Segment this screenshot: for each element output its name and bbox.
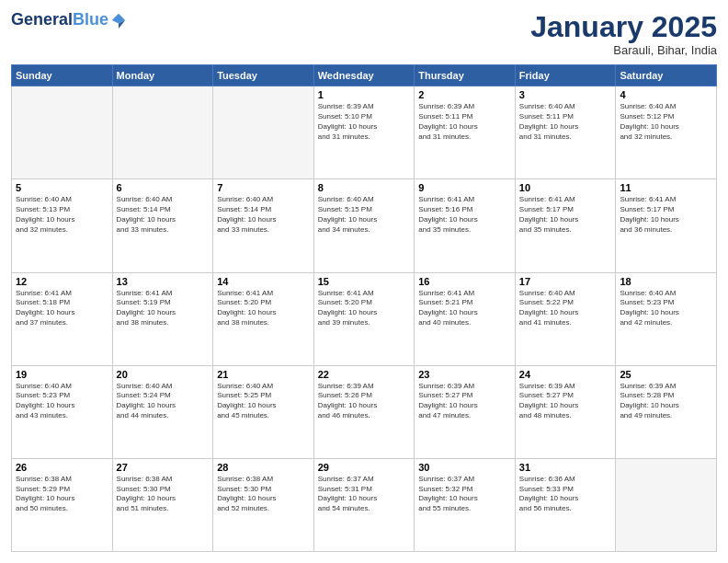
weekday-wednesday: Wednesday <box>313 65 415 86</box>
day-number: 19 <box>16 369 108 380</box>
day-cell: 1Sunrise: 6:39 AM Sunset: 5:10 PM Daylig… <box>313 86 415 179</box>
day-cell: 8Sunrise: 6:40 AM Sunset: 5:15 PM Daylig… <box>313 179 415 272</box>
week-row-2: 5Sunrise: 6:40 AM Sunset: 5:13 PM Daylig… <box>12 179 717 272</box>
day-cell <box>12 86 113 179</box>
day-cell: 9Sunrise: 6:41 AM Sunset: 5:16 PM Daylig… <box>415 179 516 272</box>
weekday-friday: Friday <box>515 65 616 86</box>
day-info: Sunrise: 6:40 AM Sunset: 5:11 PM Dayligh… <box>519 102 612 142</box>
day-number: 29 <box>318 462 411 473</box>
day-info: Sunrise: 6:38 AM Sunset: 5:29 PM Dayligh… <box>16 475 108 514</box>
day-number: 16 <box>418 276 511 287</box>
day-cell: 26Sunrise: 6:38 AM Sunset: 5:29 PM Dayli… <box>12 458 113 551</box>
day-number: 5 <box>16 182 108 193</box>
day-info: Sunrise: 6:41 AM Sunset: 5:21 PM Dayligh… <box>418 289 511 328</box>
day-number: 20 <box>117 369 210 380</box>
weekday-sunday: Sunday <box>12 65 113 86</box>
weekday-tuesday: Tuesday <box>213 65 314 86</box>
day-cell: 27Sunrise: 6:38 AM Sunset: 5:30 PM Dayli… <box>112 458 213 551</box>
day-cell: 16Sunrise: 6:41 AM Sunset: 5:21 PM Dayli… <box>415 272 516 365</box>
day-info: Sunrise: 6:41 AM Sunset: 5:19 PM Dayligh… <box>117 289 210 328</box>
day-cell: 24Sunrise: 6:39 AM Sunset: 5:27 PM Dayli… <box>515 365 616 458</box>
week-row-3: 12Sunrise: 6:41 AM Sunset: 5:18 PM Dayli… <box>12 272 717 365</box>
logo-text: GeneralBlue <box>11 11 108 29</box>
day-number: 12 <box>16 276 108 287</box>
weekday-monday: Monday <box>112 65 213 86</box>
day-cell: 15Sunrise: 6:41 AM Sunset: 5:20 PM Dayli… <box>313 272 415 365</box>
day-number: 4 <box>620 89 712 100</box>
logo: GeneralBlue <box>11 11 127 29</box>
day-number: 6 <box>117 182 210 193</box>
header: GeneralBlue January 2025 Barauli, Bihar,… <box>11 11 717 57</box>
day-cell: 29Sunrise: 6:37 AM Sunset: 5:31 PM Dayli… <box>313 458 415 551</box>
calendar-body: 1Sunrise: 6:39 AM Sunset: 5:10 PM Daylig… <box>12 86 717 552</box>
week-row-1: 1Sunrise: 6:39 AM Sunset: 5:10 PM Daylig… <box>12 86 717 179</box>
day-cell: 7Sunrise: 6:40 AM Sunset: 5:14 PM Daylig… <box>213 179 314 272</box>
day-number: 15 <box>318 276 411 287</box>
day-info: Sunrise: 6:38 AM Sunset: 5:30 PM Dayligh… <box>217 475 310 514</box>
day-number: 8 <box>318 182 411 193</box>
day-info: Sunrise: 6:40 AM Sunset: 5:12 PM Dayligh… <box>620 102 712 142</box>
day-info: Sunrise: 6:41 AM Sunset: 5:20 PM Dayligh… <box>217 289 310 328</box>
day-cell: 10Sunrise: 6:41 AM Sunset: 5:17 PM Dayli… <box>515 179 616 272</box>
day-info: Sunrise: 6:39 AM Sunset: 5:27 PM Dayligh… <box>418 382 511 421</box>
day-info: Sunrise: 6:38 AM Sunset: 5:30 PM Dayligh… <box>117 475 210 514</box>
day-info: Sunrise: 6:40 AM Sunset: 5:15 PM Dayligh… <box>318 195 411 235</box>
day-info: Sunrise: 6:41 AM Sunset: 5:18 PM Dayligh… <box>16 289 108 328</box>
day-info: Sunrise: 6:40 AM Sunset: 5:24 PM Dayligh… <box>117 382 210 421</box>
day-number: 7 <box>217 182 310 193</box>
day-number: 28 <box>217 462 310 473</box>
day-cell: 19Sunrise: 6:40 AM Sunset: 5:23 PM Dayli… <box>12 365 113 458</box>
day-number: 11 <box>620 182 712 193</box>
calendar-table: SundayMondayTuesdayWednesdayThursdayFrid… <box>11 64 717 552</box>
day-cell: 2Sunrise: 6:39 AM Sunset: 5:11 PM Daylig… <box>415 86 516 179</box>
day-info: Sunrise: 6:40 AM Sunset: 5:23 PM Dayligh… <box>16 382 108 421</box>
day-info: Sunrise: 6:36 AM Sunset: 5:33 PM Dayligh… <box>519 475 612 514</box>
weekday-thursday: Thursday <box>415 65 516 86</box>
day-cell: 13Sunrise: 6:41 AM Sunset: 5:19 PM Dayli… <box>112 272 213 365</box>
day-number: 2 <box>418 89 511 100</box>
day-info: Sunrise: 6:39 AM Sunset: 5:26 PM Dayligh… <box>318 382 411 421</box>
day-info: Sunrise: 6:40 AM Sunset: 5:14 PM Dayligh… <box>217 195 310 235</box>
day-cell: 31Sunrise: 6:36 AM Sunset: 5:33 PM Dayli… <box>515 458 616 551</box>
day-number: 23 <box>418 369 511 380</box>
day-cell: 18Sunrise: 6:40 AM Sunset: 5:23 PM Dayli… <box>616 272 717 365</box>
week-row-5: 26Sunrise: 6:38 AM Sunset: 5:29 PM Dayli… <box>12 458 717 551</box>
day-info: Sunrise: 6:41 AM Sunset: 5:17 PM Dayligh… <box>620 195 712 235</box>
day-number: 30 <box>418 462 511 473</box>
day-cell: 23Sunrise: 6:39 AM Sunset: 5:27 PM Dayli… <box>415 365 516 458</box>
day-cell: 21Sunrise: 6:40 AM Sunset: 5:25 PM Dayli… <box>213 365 314 458</box>
day-number: 13 <box>117 276 210 287</box>
day-cell: 5Sunrise: 6:40 AM Sunset: 5:13 PM Daylig… <box>12 179 113 272</box>
day-info: Sunrise: 6:40 AM Sunset: 5:14 PM Dayligh… <box>117 195 210 235</box>
day-number: 9 <box>418 182 511 193</box>
day-info: Sunrise: 6:40 AM Sunset: 5:13 PM Dayligh… <box>16 195 108 235</box>
day-number: 26 <box>16 462 108 473</box>
day-cell: 28Sunrise: 6:38 AM Sunset: 5:30 PM Dayli… <box>213 458 314 551</box>
day-info: Sunrise: 6:39 AM Sunset: 5:11 PM Dayligh… <box>418 102 511 142</box>
day-number: 3 <box>519 89 612 100</box>
day-info: Sunrise: 6:39 AM Sunset: 5:27 PM Dayligh… <box>519 382 612 421</box>
day-cell: 4Sunrise: 6:40 AM Sunset: 5:12 PM Daylig… <box>616 86 717 179</box>
day-info: Sunrise: 6:41 AM Sunset: 5:16 PM Dayligh… <box>418 195 511 235</box>
title-block: January 2025 Barauli, Bihar, India <box>530 11 717 57</box>
day-info: Sunrise: 6:40 AM Sunset: 5:22 PM Dayligh… <box>519 289 612 328</box>
day-number: 17 <box>519 276 612 287</box>
day-number: 14 <box>217 276 310 287</box>
day-number: 22 <box>318 369 411 380</box>
day-cell <box>616 458 717 551</box>
day-info: Sunrise: 6:41 AM Sunset: 5:20 PM Dayligh… <box>318 289 411 328</box>
weekday-header-row: SundayMondayTuesdayWednesdayThursdayFrid… <box>12 65 717 86</box>
day-info: Sunrise: 6:37 AM Sunset: 5:31 PM Dayligh… <box>318 475 411 514</box>
weekday-saturday: Saturday <box>616 65 717 86</box>
day-number: 1 <box>318 89 411 100</box>
day-number: 21 <box>217 369 310 380</box>
calendar-page: GeneralBlue January 2025 Barauli, Bihar,… <box>0 0 728 563</box>
day-cell <box>213 86 314 179</box>
day-cell <box>112 86 213 179</box>
day-number: 27 <box>117 462 210 473</box>
day-cell: 12Sunrise: 6:41 AM Sunset: 5:18 PM Dayli… <box>12 272 113 365</box>
day-info: Sunrise: 6:37 AM Sunset: 5:32 PM Dayligh… <box>418 475 511 514</box>
day-cell: 25Sunrise: 6:39 AM Sunset: 5:28 PM Dayli… <box>616 365 717 458</box>
day-cell: 30Sunrise: 6:37 AM Sunset: 5:32 PM Dayli… <box>415 458 516 551</box>
day-number: 25 <box>620 369 712 380</box>
